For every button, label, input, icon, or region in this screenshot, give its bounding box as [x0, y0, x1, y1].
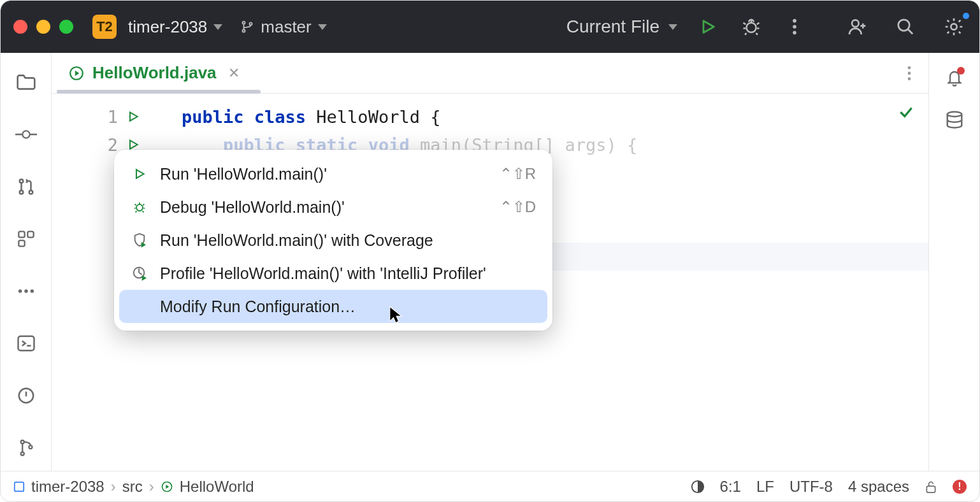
tab-close-button[interactable]: ✕ [228, 65, 240, 82]
project-tool-button[interactable] [12, 68, 40, 96]
close-window-button[interactable] [13, 20, 27, 34]
settings-button[interactable] [941, 14, 967, 39]
java-class-run-icon [68, 65, 85, 82]
project-badge: T2 [92, 15, 117, 39]
run-button[interactable] [695, 14, 721, 39]
more-tools-button[interactable] [12, 277, 40, 305]
project-selector[interactable]: timer-2038 [128, 17, 222, 37]
play-icon [127, 138, 140, 151]
svg-point-7 [852, 20, 859, 27]
keyword: public [182, 107, 244, 127]
svg-rect-15 [27, 231, 33, 237]
svg-rect-32 [15, 482, 24, 491]
svg-point-12 [19, 190, 23, 194]
maximize-window-button[interactable] [59, 20, 73, 34]
menu-item-label: Debug 'HelloWorld.main()' [160, 198, 345, 217]
run-config-label: Current File [566, 17, 659, 37]
line-separator[interactable]: LF [756, 478, 774, 496]
shield-run-icon [131, 233, 148, 248]
commit-tool-button[interactable] [12, 120, 40, 148]
svg-point-26 [908, 66, 911, 69]
svg-point-0 [243, 22, 245, 24]
window-controls [13, 20, 73, 34]
terminal-tool-button[interactable] [12, 329, 40, 357]
more-actions-button[interactable] [782, 14, 807, 39]
database-tool-button[interactable] [945, 110, 964, 129]
svg-point-4 [793, 19, 796, 23]
minimize-window-button[interactable] [36, 20, 50, 34]
branch-icon [240, 18, 254, 35]
crumb-src: src [122, 478, 143, 496]
svg-point-13 [29, 190, 32, 194]
menu-item-debug[interactable]: Debug 'HelloWorld.main()' ⌃⇧D [119, 190, 547, 224]
gutter-run-button[interactable] [127, 110, 140, 123]
svg-point-29 [947, 112, 962, 117]
menu-item-label: Profile 'HelloWorld.main()' with 'Intell… [160, 264, 486, 283]
contrast-icon [691, 480, 705, 494]
menu-item-profile[interactable]: Profile 'HelloWorld.main()' with 'Intell… [119, 257, 547, 290]
caret-position[interactable]: 6:1 [720, 478, 741, 496]
project-name: timer-2038 [128, 17, 207, 37]
indent-settings[interactable]: 4 spaces [848, 478, 909, 496]
java-class-run-icon [161, 480, 173, 493]
mouse-cursor-icon [388, 305, 403, 324]
bug-icon [742, 17, 761, 36]
problems-tool-button[interactable] [12, 382, 40, 410]
vcs-tool-button[interactable] [12, 434, 40, 462]
left-tool-rail [1, 53, 52, 471]
svg-point-19 [30, 289, 34, 293]
menu-item-coverage[interactable]: Run 'HelloWorld.main()' with Coverage [119, 224, 547, 257]
svg-point-18 [24, 289, 28, 293]
editor-tabs: HelloWorld.java ✕ [52, 53, 928, 94]
bug-icon [131, 200, 148, 214]
file-encoding[interactable]: UTF-8 [789, 478, 833, 496]
tab-helloworld[interactable]: HelloWorld.java ✕ [57, 53, 251, 93]
svg-point-30 [136, 204, 143, 211]
readonly-toggle[interactable] [925, 480, 937, 494]
pull-requests-tool-button[interactable] [12, 173, 40, 201]
gutter-run-button[interactable] [127, 138, 140, 151]
line-number: 1 [99, 107, 118, 127]
git-icon [18, 438, 34, 457]
line-number: 2 [99, 135, 118, 155]
tab-options-button[interactable] [907, 65, 923, 82]
profiler-icon [131, 266, 148, 281]
kebab-icon [907, 65, 912, 82]
structure-icon [17, 230, 35, 248]
svg-rect-16 [18, 240, 24, 246]
problems-indicator[interactable]: ! [953, 480, 967, 494]
svg-point-1 [243, 29, 245, 32]
module-icon [13, 481, 25, 492]
crumb-file: HelloWorld [180, 478, 254, 496]
code-with-me-button[interactable] [844, 14, 870, 39]
notifications-button[interactable] [946, 68, 963, 87]
menu-item-shortcut: ⌃⇧D [500, 198, 536, 216]
pull-request-icon [17, 177, 36, 196]
warning-circle-icon [17, 386, 36, 405]
svg-point-11 [19, 180, 23, 183]
reader-mode-toggle[interactable] [691, 480, 705, 494]
tab-filename: HelloWorld.java [92, 63, 217, 83]
menu-item-run[interactable]: Run 'HelloWorld.main()' ⌃⇧R [119, 157, 547, 190]
menu-item-label: Run 'HelloWorld.main()' with Coverage [160, 231, 433, 250]
svg-point-3 [747, 23, 756, 32]
commit-icon [15, 128, 37, 141]
play-icon [131, 168, 148, 180]
debug-button[interactable] [739, 14, 764, 39]
svg-point-8 [898, 20, 910, 31]
folder-icon [16, 73, 36, 91]
menu-item-modify-run-config[interactable]: Modify Run Configuration… [119, 290, 547, 323]
run-config-selector[interactable]: Current File [566, 17, 677, 37]
run-gutter-context-menu: Run 'HelloWorld.main()' ⌃⇧R Debug 'Hello… [114, 150, 552, 331]
menu-item-shortcut: ⌃⇧R [500, 165, 536, 183]
git-branch-selector[interactable]: master [240, 17, 326, 37]
svg-point-6 [793, 31, 796, 35]
navigation-breadcrumbs[interactable]: timer-2038 › src › HelloWorld [13, 478, 254, 496]
svg-point-24 [29, 445, 32, 448]
structure-tool-button[interactable] [12, 225, 40, 253]
inspection-status-ok[interactable] [898, 104, 914, 120]
search-everywhere-button[interactable] [893, 14, 918, 39]
code-text: HelloWorld { [306, 107, 440, 127]
right-tool-rail [928, 53, 979, 471]
chevron-down-icon [318, 24, 327, 30]
